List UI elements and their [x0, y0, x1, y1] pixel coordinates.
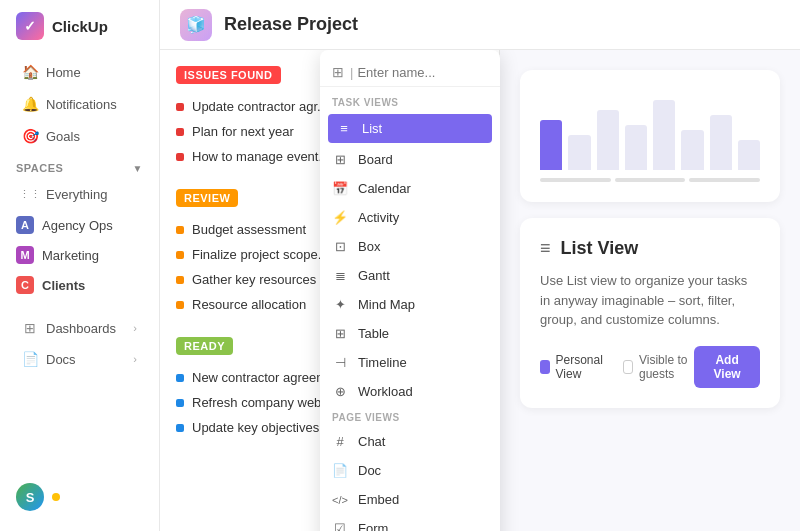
- chart-bar: [653, 100, 675, 170]
- dropdown-item-embed[interactable]: </> Embed: [320, 485, 500, 514]
- list-view-title: List View: [561, 238, 639, 259]
- gantt-label: Gantt: [358, 268, 390, 283]
- dropdown-item-workload[interactable]: ⊕ Workload: [320, 377, 500, 406]
- task-name: Gather key resources: [192, 272, 316, 287]
- add-view-button[interactable]: Add View: [694, 346, 760, 388]
- dropdown-item-calendar[interactable]: 📅 Calendar: [320, 174, 500, 203]
- task-name: Plan for next year: [192, 124, 294, 139]
- form-icon: ☑: [332, 521, 348, 531]
- mind-map-label: Mind Map: [358, 297, 415, 312]
- chart-bar: [540, 120, 562, 170]
- sidebar-item-docs[interactable]: 📄 Docs ›: [6, 344, 153, 374]
- docs-chevron-icon: ›: [133, 353, 137, 365]
- gantt-icon: ≣: [332, 268, 348, 283]
- task-dot-icon: [176, 399, 184, 407]
- task-views-label: TASK VIEWS: [320, 91, 500, 112]
- workload-label: Workload: [358, 384, 413, 399]
- activity-icon: ⚡: [332, 210, 348, 225]
- user-section: S: [0, 475, 159, 519]
- clients-avatar: C: [16, 276, 34, 294]
- dashboards-label: Dashboards: [46, 321, 116, 336]
- marketing-avatar: M: [16, 246, 34, 264]
- task-name: Resource allocation: [192, 297, 306, 312]
- sidebar-goals-label: Goals: [46, 129, 80, 144]
- view-options: Personal View Visible to guests: [540, 353, 694, 381]
- grid-icon: ⊞: [332, 64, 344, 80]
- spaces-list: ⋮⋮ Everything A Agency Ops M Marketing C…: [0, 178, 159, 300]
- spaces-label: Spaces: [16, 162, 63, 174]
- task-dot-icon: [176, 276, 184, 284]
- dropdown-item-chat[interactable]: # Chat: [320, 427, 500, 456]
- chart-preview-card: [520, 70, 780, 202]
- chart-bar: [681, 130, 703, 170]
- dashboards-chevron-icon: ›: [133, 322, 137, 334]
- agency-ops-label: Agency Ops: [42, 218, 113, 233]
- sidebar-item-dashboards[interactable]: ⊞ Dashboards ›: [6, 313, 153, 343]
- task-dot-icon: [176, 226, 184, 234]
- dropdown-item-gantt[interactable]: ≣ Gantt: [320, 261, 500, 290]
- task-dot-icon: [176, 424, 184, 432]
- dropdown-item-board[interactable]: ⊞ Board: [320, 145, 500, 174]
- sidebar-item-everything[interactable]: ⋮⋮ Everything: [6, 179, 153, 209]
- search-input[interactable]: [357, 65, 488, 80]
- sidebar-notifications-label: Notifications: [46, 97, 117, 112]
- view-dropdown: ⊞ | TASK VIEWS ≡ List ⊞ Board 📅 Calendar…: [320, 50, 500, 531]
- box-label: Box: [358, 239, 380, 254]
- workload-icon: ⊕: [332, 384, 348, 399]
- dropdown-search-area[interactable]: ⊞ |: [320, 58, 500, 87]
- logo: ✓ ClickUp: [0, 12, 159, 56]
- sidebar-item-clients[interactable]: C Clients: [0, 270, 159, 300]
- home-icon: 🏠: [22, 64, 38, 80]
- goals-icon: 🎯: [22, 128, 38, 144]
- dropdown-item-mind-map[interactable]: ✦ Mind Map: [320, 290, 500, 319]
- task-dot-icon: [176, 153, 184, 161]
- calendar-label: Calendar: [358, 181, 411, 196]
- timeline-icon: ⊣: [332, 355, 348, 370]
- task-dot-icon: [176, 301, 184, 309]
- dropdown-item-box[interactable]: ⊡ Box: [320, 232, 500, 261]
- visible-guests-checkbox[interactable]: [623, 360, 633, 374]
- content-area: ISSUES FOUND Update contractor agr... Pl…: [160, 50, 800, 531]
- task-name: Update contractor agr...: [192, 99, 328, 114]
- review-badge: REVIEW: [176, 189, 238, 207]
- list-label: List: [362, 121, 382, 136]
- embed-icon: </>: [332, 494, 348, 506]
- dropdown-item-timeline[interactable]: ⊣ Timeline: [320, 348, 500, 377]
- sidebar: ✓ ClickUp 🏠 Home 🔔 Notifications 🎯 Goals…: [0, 0, 160, 531]
- user-initial: S: [26, 490, 35, 505]
- everything-label: Everything: [46, 187, 107, 202]
- view-footer: Personal View Visible to guests Add View: [540, 346, 760, 388]
- task-dot-icon: [176, 251, 184, 259]
- cursor-icon: |: [350, 65, 353, 80]
- table-icon: ⊞: [332, 326, 348, 341]
- dashboards-icon: ⊞: [22, 320, 38, 336]
- chart-bar: [625, 125, 647, 170]
- chart-bar: [710, 115, 732, 170]
- main-content: 🧊 Release Project ISSUES FOUND Update co…: [160, 0, 800, 531]
- sidebar-item-marketing[interactable]: M Marketing: [0, 240, 159, 270]
- box-icon: ⊡: [332, 239, 348, 254]
- sidebar-item-home[interactable]: 🏠 Home: [6, 57, 153, 87]
- sidebar-item-agency-ops[interactable]: A Agency Ops: [0, 210, 159, 240]
- issues-badge: ISSUES FOUND: [176, 66, 281, 84]
- sidebar-item-goals[interactable]: 🎯 Goals: [6, 121, 153, 151]
- chart-bar: [738, 140, 760, 170]
- personal-view-checkbox[interactable]: [540, 360, 550, 374]
- dropdown-item-list[interactable]: ≡ List: [328, 114, 492, 143]
- visible-guests-option[interactable]: Visible to guests: [623, 353, 694, 381]
- chart-lines: [540, 178, 760, 182]
- dropdown-item-doc[interactable]: 📄 Doc: [320, 456, 500, 485]
- dropdown-item-activity[interactable]: ⚡ Activity: [320, 203, 500, 232]
- user-avatar: S: [16, 483, 44, 511]
- task-dot-icon: [176, 128, 184, 136]
- sidebar-item-notifications[interactable]: 🔔 Notifications: [6, 89, 153, 119]
- docs-icon: 📄: [22, 351, 38, 367]
- right-panel: ≡ List View Use List view to organize yo…: [500, 50, 800, 531]
- task-dot-icon: [176, 374, 184, 382]
- timeline-label: Timeline: [358, 355, 407, 370]
- page-header: 🧊 Release Project: [160, 0, 800, 50]
- chat-icon: #: [332, 434, 348, 449]
- personal-view-option[interactable]: Personal View: [540, 353, 607, 381]
- dropdown-item-table[interactable]: ⊞ Table: [320, 319, 500, 348]
- dropdown-item-form[interactable]: ☑ Form: [320, 514, 500, 531]
